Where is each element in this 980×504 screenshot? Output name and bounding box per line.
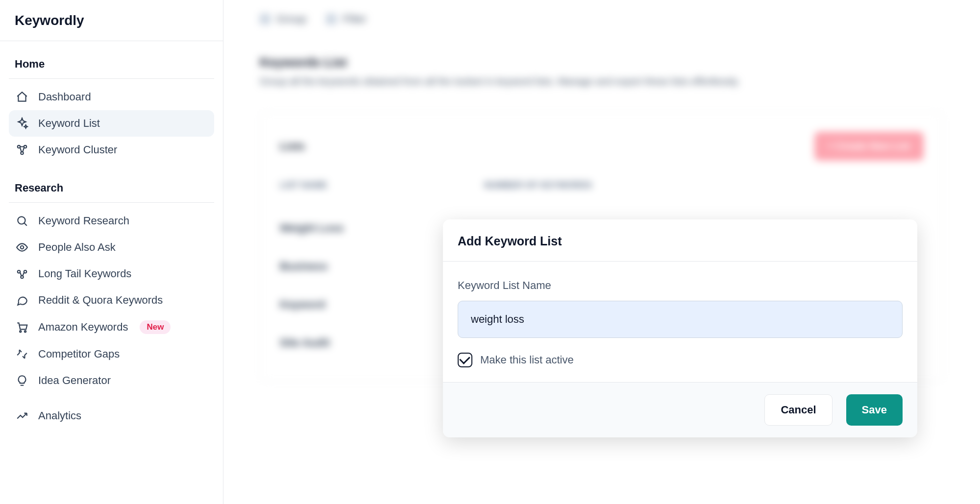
svg-point-4 <box>21 246 24 249</box>
sidebar-item-label: Keyword Research <box>38 215 129 227</box>
sidebar-item-label: Analytics <box>38 409 81 422</box>
save-button[interactable]: Save <box>846 394 903 426</box>
nav-group-research: Research <box>9 176 214 203</box>
page-title: Keywords List <box>260 55 944 70</box>
sidebar-item-long-tail[interactable]: Long Tail Keywords <box>9 261 214 287</box>
chat-icon <box>16 294 28 307</box>
sidebar-item-dashboard[interactable]: Dashboard <box>9 84 214 110</box>
home-icon <box>16 91 28 103</box>
sidebar-item-label: Competitor Gaps <box>38 348 120 360</box>
add-keyword-list-modal: Add Keyword List Keyword List Name Make … <box>443 219 917 437</box>
sidebar-item-amazon[interactable]: Amazon Keywords New <box>9 313 214 341</box>
modal-title: Add Keyword List <box>458 234 903 248</box>
sidebar-item-label: Dashboard <box>38 91 91 103</box>
molecule-icon <box>16 267 28 280</box>
sidebar-item-analytics[interactable]: Analytics <box>9 403 214 429</box>
page-description: Group all the keywords obtained from all… <box>260 76 944 87</box>
cancel-button[interactable]: Cancel <box>764 394 832 426</box>
nav-group-home: Home <box>9 52 214 79</box>
sidebar-item-keyword-research[interactable]: Keyword Research <box>9 208 214 234</box>
card-title: Lists <box>280 140 305 153</box>
new-badge: New <box>140 320 171 334</box>
sidebar-item-label: Amazon Keywords <box>38 321 128 334</box>
sidebar-header: Keywordly <box>0 0 223 41</box>
sidebar-item-label: Idea Generator <box>38 374 111 387</box>
sidebar-item-idea-generator[interactable]: Idea Generator <box>9 367 214 394</box>
column-list-name: LIST NAME <box>280 180 327 191</box>
eye-icon <box>16 241 28 254</box>
sidebar-item-keyword-list[interactable]: Keyword List <box>9 110 214 137</box>
make-active-label: Make this list active <box>480 354 574 366</box>
group-button[interactable]: Group <box>260 13 306 25</box>
sidebar-nav: Home Dashboard Keyword List Keyword Clus… <box>0 41 223 440</box>
list-name-label: Keyword List Name <box>458 279 903 292</box>
sidebar-item-competitor-gaps[interactable]: Competitor Gaps <box>9 341 214 367</box>
svg-point-9 <box>24 331 26 332</box>
create-list-button[interactable]: + Create New List <box>814 132 924 161</box>
cart-icon <box>16 321 28 334</box>
sidebar-item-people-also-ask[interactable]: People Also Ask <box>9 234 214 261</box>
make-active-checkbox[interactable] <box>458 353 472 367</box>
list-name-input[interactable] <box>458 301 903 338</box>
trend-icon <box>16 409 28 422</box>
sparkle-icon <box>16 117 28 130</box>
sidebar-item-label: Keyword List <box>38 117 100 130</box>
compare-icon <box>16 348 28 360</box>
modal-footer: Cancel Save <box>443 382 917 437</box>
sidebar-item-label: Keyword Cluster <box>38 144 117 156</box>
modal-header: Add Keyword List <box>443 219 917 262</box>
modal-body: Keyword List Name Make this list active <box>443 262 917 382</box>
sidebar-item-label: People Also Ask <box>38 241 116 254</box>
sidebar-item-label: Long Tail Keywords <box>38 267 131 280</box>
sidebar-item-reddit-quora[interactable]: Reddit & Quora Keywords <box>9 287 214 313</box>
search-icon <box>16 215 28 227</box>
filter-button[interactable]: Filter <box>326 13 367 25</box>
svg-point-8 <box>20 331 21 332</box>
cluster-icon <box>16 144 28 156</box>
svg-point-3 <box>18 216 25 224</box>
sidebar-item-keyword-cluster[interactable]: Keyword Cluster <box>9 137 214 163</box>
bulb-icon <box>16 374 28 387</box>
sidebar: Keywordly Home Dashboard Keyword List Ke… <box>0 0 223 504</box>
sidebar-item-label: Reddit & Quora Keywords <box>38 294 163 307</box>
column-keyword-count: NUMBER OF KEYWORDS <box>484 180 592 191</box>
app-logo: Keywordly <box>15 13 84 28</box>
